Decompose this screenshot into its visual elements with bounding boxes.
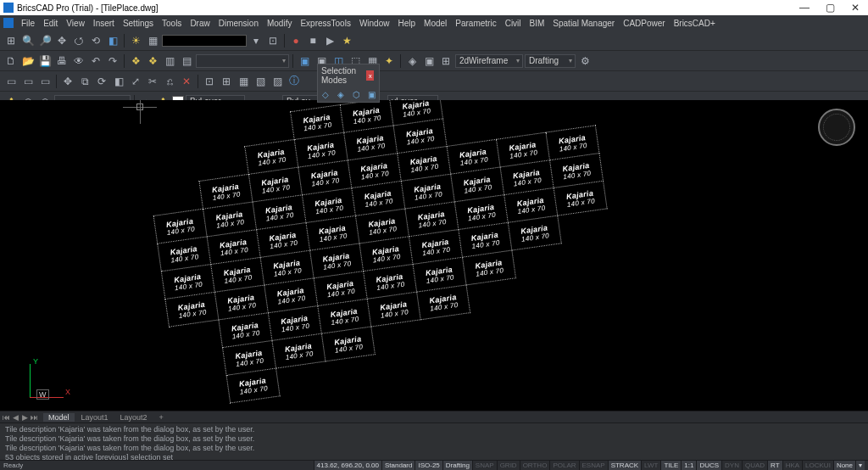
tool-icon[interactable]: ▭ (3, 74, 19, 89)
sel-mode-icon[interactable]: ▣ (365, 88, 377, 100)
sel-mode-icon[interactable]: ⬡ (350, 88, 362, 100)
record-icon[interactable]: ● (288, 33, 303, 48)
print-icon[interactable]: 🖶 (54, 53, 70, 69)
tab-next-icon[interactable]: ▶ (20, 413, 29, 422)
tool-icon[interactable]: ▣ (421, 53, 437, 69)
menu-parametric[interactable]: Parametric (451, 19, 500, 28)
stop-icon[interactable]: ■ (305, 33, 320, 48)
tab-layout1[interactable]: Layout1 (76, 413, 114, 422)
tool-icon[interactable]: ⎌ (162, 74, 177, 89)
layer-tool-icon[interactable]: ❖ (145, 53, 160, 69)
new-icon[interactable]: 🗋 (3, 53, 19, 69)
status-dimstyle[interactable]: ISO-25 (415, 461, 442, 471)
tool-icon[interactable]: ▥ (162, 53, 177, 69)
close-icon[interactable]: x (366, 70, 374, 81)
sel-mode-icon[interactable]: ◇ (320, 88, 331, 100)
menu-edit[interactable]: Edit (39, 19, 62, 28)
pan-icon[interactable]: ✥ (54, 33, 70, 48)
status-coords[interactable]: 413.62, 696.20, 0.00 (314, 461, 381, 471)
app-menu-icon[interactable] (3, 18, 14, 28)
menu-model[interactable]: Model (420, 19, 451, 28)
tool-icon[interactable]: ▨ (270, 74, 285, 89)
tab-layout2[interactable]: Layout2 (115, 413, 153, 422)
lookfrom-widget[interactable] (818, 109, 855, 146)
preview-icon[interactable]: 👁 (71, 53, 86, 69)
tool-icon[interactable]: ▭ (20, 74, 36, 89)
menu-civil[interactable]: Civil (501, 19, 526, 28)
menu-file[interactable]: File (17, 19, 39, 28)
status-toggle-esnap[interactable]: ESNAP (579, 461, 608, 471)
tool-icon[interactable]: ▭ (37, 74, 53, 89)
menu-insert[interactable]: Insert (89, 19, 119, 28)
menu-settings[interactable]: Settings (119, 19, 158, 28)
tool-icon[interactable]: ⊞ (219, 74, 234, 89)
status-toggle-tile[interactable]: TILE (660, 461, 681, 471)
zoom-window-icon[interactable]: 🔎 (37, 33, 53, 48)
redo-icon[interactable]: ↷ (105, 53, 120, 69)
tool-icon[interactable]: ◧ (105, 33, 120, 48)
status-toggle-none[interactable]: None (833, 461, 855, 471)
status-toggle-lwt[interactable]: LWT (641, 461, 660, 471)
status-toggle-snap[interactable]: SNAP (472, 461, 497, 471)
status-toggle-ortho[interactable]: ORTHO (520, 461, 550, 471)
undo-icon[interactable]: ↶ (88, 53, 103, 69)
gear-icon[interactable]: ⚙ (577, 53, 593, 69)
layer-icon[interactable]: ❖ (128, 53, 143, 69)
sun-icon[interactable]: ☀ (128, 33, 143, 48)
minimize-button[interactable]: — (792, 0, 817, 15)
delete-icon[interactable]: ✕ (179, 74, 194, 89)
status-workspace[interactable]: Drafting (442, 461, 472, 471)
status-toggle-polar[interactable]: POLAR (549, 461, 578, 471)
tool-icon[interactable]: ✦ (381, 53, 397, 69)
tool-icon[interactable]: ▦ (236, 74, 251, 89)
menu-bricscad-plus[interactable]: BricsCAD+ (670, 19, 720, 28)
status-toggle-1:1[interactable]: 1:1 (681, 461, 696, 471)
tab-model[interactable]: Model (43, 413, 75, 422)
tab-last-icon[interactable]: ⏭ (30, 413, 38, 422)
status-toggle-grid[interactable]: GRID (497, 461, 520, 471)
tool-icon[interactable]: ★ (339, 33, 354, 48)
visualstyle-dropdown[interactable]: 2dWireframe (455, 54, 523, 68)
menu-view[interactable]: View (62, 19, 89, 28)
scale-icon[interactable]: ⤢ (128, 74, 143, 89)
selection-modes-toolbar[interactable]: Selection Modes x ◇ ◈ ⬡ ▣ (317, 64, 380, 103)
menu-spatial-manager[interactable]: Spatial Manager (548, 19, 619, 28)
tab-add[interactable]: + (154, 413, 169, 422)
open-icon[interactable]: 📂 (20, 53, 36, 69)
move-icon[interactable]: ✥ (60, 74, 75, 89)
tool-icon[interactable]: ▤ (179, 53, 194, 69)
menu-help[interactable]: Help (393, 19, 420, 28)
tool-icon[interactable]: ▾ (248, 33, 264, 48)
tool-icon[interactable]: ✂ (145, 74, 160, 89)
tab-prev-icon[interactable]: ◀ (11, 413, 19, 422)
grid-icon[interactable]: ▦ (145, 33, 160, 48)
tab-first-icon[interactable]: ⏮ (2, 413, 10, 422)
iso-icon[interactable]: ◈ (404, 53, 420, 69)
tool-icon[interactable]: ⊡ (265, 33, 281, 48)
menu-draw[interactable]: Draw (186, 19, 214, 28)
menu-expresstools[interactable]: ExpressTools (296, 19, 354, 28)
drawing-canvas[interactable]: Kajaria140 x 70Kajaria140 x 70Kajaria140… (0, 100, 868, 411)
close-button[interactable]: ✕ (843, 0, 868, 15)
copy-icon[interactable]: ⧉ (77, 74, 92, 89)
zoom-extents-icon[interactable]: 🔍 (20, 33, 36, 48)
tool-icon[interactable]: ⊞ (3, 33, 19, 48)
menu-tools[interactable]: Tools (158, 19, 186, 28)
status-toggle-rt[interactable]: RT (767, 461, 782, 471)
rotate-icon[interactable]: ⟳ (94, 74, 109, 89)
menu-modify[interactable]: Modify (263, 19, 296, 28)
menu-window[interactable]: Window (355, 19, 394, 28)
status-standard[interactable]: Standard (381, 461, 415, 471)
info-icon[interactable]: ⓘ (287, 74, 302, 89)
sel-mode-icon[interactable]: ◈ (335, 88, 347, 100)
status-toggle-quad[interactable]: QUAD (742, 461, 767, 471)
status-dropdown-icon[interactable]: ▾ (855, 461, 865, 471)
orbit-icon[interactable]: ⭯ (71, 33, 86, 48)
tool-icon[interactable]: ⊡ (202, 74, 217, 89)
status-toggle-hka[interactable]: HKA (782, 461, 802, 471)
status-toggle-lockui[interactable]: LOCKUI (802, 461, 833, 471)
menu-cadpower[interactable]: CADPower (619, 19, 669, 28)
rewind-icon[interactable]: ⟲ (88, 33, 103, 48)
save-icon[interactable]: 💾 (37, 53, 53, 69)
status-toggle-ducs[interactable]: DUCS (696, 461, 721, 471)
